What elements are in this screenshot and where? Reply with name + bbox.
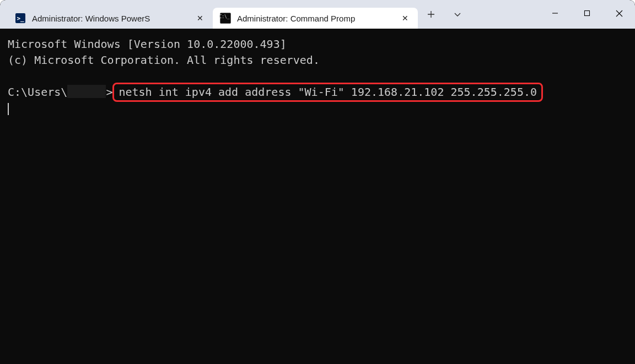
redacted-username [67,85,106,98]
command-prompt-icon: C:\_ [220,13,230,23]
minimize-button[interactable] [539,0,571,26]
titlebar-drag-area[interactable] [471,0,539,29]
tab-strip: >_ Administrator: Windows PowerS ✕ C:\_ … [0,0,418,29]
prompt-path-prefix: C:\Users\ [8,85,67,99]
close-icon: ✕ [197,14,203,23]
tab-powershell-close-button[interactable]: ✕ [193,11,207,25]
plus-icon [427,10,435,18]
highlighted-command: netsh int ipv4 add address "Wi-Fi" 192.1… [112,83,543,102]
prompt-suffix: > [106,85,112,99]
close-window-button[interactable] [603,0,635,26]
terminal-window: >_ Administrator: Windows PowerS ✕ C:\_ … [0,0,635,364]
terminal-cursor-line [8,100,627,116]
powershell-icon: >_ [15,13,25,23]
tab-command-prompt-label: Administrator: Command Promp [237,14,398,23]
close-icon [616,10,623,17]
terminal-output-line: (c) Microsoft Corporation. All rights re… [8,52,627,68]
maximize-icon [584,10,590,17]
tab-command-prompt-close-button[interactable]: ✕ [398,11,412,25]
text-cursor [8,103,9,115]
minimize-icon [552,10,558,17]
chevron-down-icon [454,10,461,18]
tab-dropdown-button[interactable] [444,0,471,29]
tab-powershell-label: Administrator: Windows PowerS [32,14,193,23]
terminal-output-line: Microsoft Windows [Version 10.0.22000.49… [8,36,627,52]
terminal-viewport[interactable]: Microsoft Windows [Version 10.0.22000.49… [0,29,635,364]
svg-rect-0 [585,11,590,16]
maximize-button[interactable] [571,0,603,26]
terminal-blank-line [8,68,627,84]
new-tab-button[interactable] [418,0,444,29]
terminal-prompt-line: C:\Users\>netsh int ipv4 add address "Wi… [8,84,627,100]
tab-powershell[interactable]: >_ Administrator: Windows PowerS ✕ [8,8,213,29]
command-text: netsh int ipv4 add address "Wi-Fi" 192.1… [119,85,537,99]
close-icon: ✕ [402,14,408,23]
tab-command-prompt[interactable]: C:\_ Administrator: Command Promp ✕ [213,8,418,29]
title-bar: >_ Administrator: Windows PowerS ✕ C:\_ … [0,0,635,29]
window-controls [539,0,635,29]
